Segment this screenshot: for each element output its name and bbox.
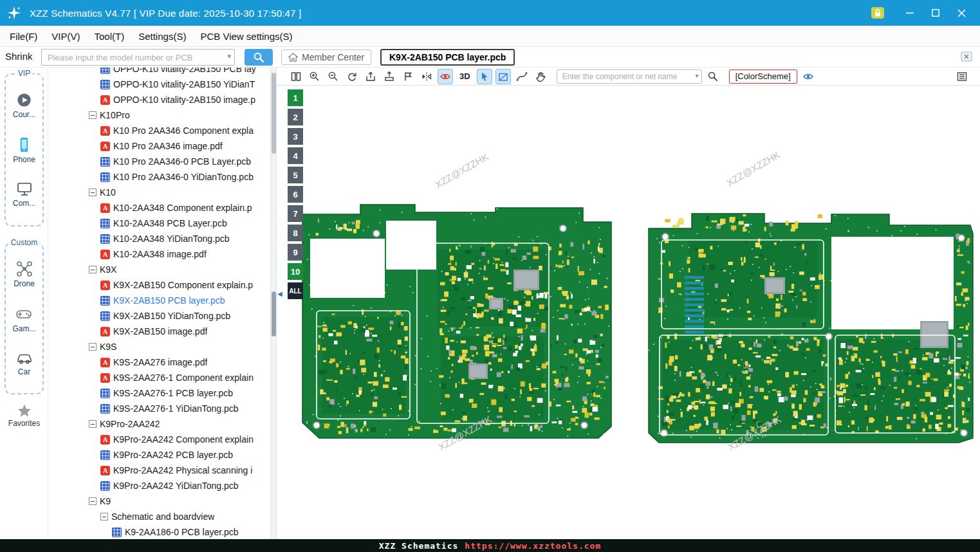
- tree-group-row[interactable]: K10: [48, 185, 270, 200]
- select-arrow-button[interactable]: [477, 69, 492, 84]
- tree-file-row[interactable]: AK9S-2AA276-1 Component explain: [48, 370, 270, 385]
- tree-item-label: K10 Pro 2AA346 image.pdf: [113, 141, 223, 151]
- tree-file-row[interactable]: AK10-2AA348 image.pdf: [48, 246, 270, 262]
- pcb-board-view[interactable]: XZZ@XZZHK XZZ@XZZHK XZZ@XZZHK XZZ@XZZHK: [277, 86, 980, 539]
- menu-tool[interactable]: Tool(T): [88, 26, 132, 46]
- visibility-eye-button[interactable]: [800, 69, 816, 84]
- zoom-in-button[interactable]: [307, 69, 322, 84]
- collapse-minus-icon[interactable]: [89, 111, 97, 119]
- tree-file-row[interactable]: AK9S-2AA276 image.pdf: [48, 354, 270, 370]
- layer-button-3[interactable]: 3: [288, 128, 303, 145]
- layer-button-5[interactable]: 5: [288, 167, 303, 183]
- close-panel-icon[interactable]: [961, 51, 972, 62]
- scrollbar-thumb[interactable]: [272, 73, 276, 154]
- layer-button-8[interactable]: 8: [288, 225, 303, 241]
- tree-group-row[interactable]: K9X: [48, 262, 270, 277]
- vip-lock-icon[interactable]: [871, 6, 885, 19]
- net-search-input[interactable]: [557, 69, 702, 84]
- layer-list-button[interactable]: [954, 69, 970, 84]
- tree-file-row[interactable]: K9Pro-2AA242 PCB layer.pcb: [48, 447, 270, 463]
- sidebar-item-phone[interactable]: Phone: [13, 136, 35, 164]
- splitter-handle[interactable]: [272, 291, 276, 336]
- sidebar-item-drone[interactable]: Drone: [14, 261, 35, 288]
- split-view-button[interactable]: [288, 69, 304, 84]
- tree-scrollbar[interactable]: [270, 68, 277, 539]
- pcb-canvas-area[interactable]: 12345678910ALL ◀: [277, 86, 980, 539]
- tree-group-row[interactable]: K9: [48, 493, 270, 509]
- tree-group-row[interactable]: Schematic and boardview: [48, 509, 270, 524]
- shrink-button[interactable]: Shrink: [5, 51, 33, 62]
- tree-file-row[interactable]: K10-2AA348 PCB Layer.pcb: [48, 216, 270, 231]
- layer-button-9[interactable]: 9: [288, 244, 303, 261]
- flip-horizontal-button[interactable]: [419, 69, 434, 84]
- pan-hand-button[interactable]: [533, 69, 548, 84]
- refresh-view-button[interactable]: [344, 69, 360, 84]
- tree-file-row[interactable]: AK9Pro-2AA242 Physical scanning i: [48, 463, 270, 478]
- menu-vip[interactable]: VIP(V): [44, 26, 87, 46]
- zoom-out-button[interactable]: [326, 69, 341, 84]
- sidebar-item-course[interactable]: Cour...: [13, 92, 35, 119]
- colorscheme-button[interactable]: [ColorScheme]: [729, 69, 797, 84]
- collapse-minus-icon[interactable]: [89, 343, 97, 351]
- layer-button-4[interactable]: 4: [288, 147, 303, 164]
- layer-button-1[interactable]: 1: [288, 89, 303, 106]
- layer-button-6[interactable]: 6: [288, 186, 303, 203]
- model-search-input[interactable]: [41, 49, 235, 66]
- tree-file-row[interactable]: K10 Pro 2AA346-0 YiDianTong.pcb: [48, 169, 270, 185]
- tree-file-row[interactable]: K9S-2AA276-1 PCB layer.pcb: [48, 385, 270, 401]
- close-button[interactable]: [952, 4, 971, 22]
- tab-member-center[interactable]: Member Center: [281, 50, 371, 65]
- tree-file-row[interactable]: AK10 Pro 2AA346 Component expla: [48, 123, 270, 138]
- export-board-button[interactable]: [382, 69, 397, 84]
- layer-button-10[interactable]: 10: [288, 263, 303, 280]
- export-image-button[interactable]: [363, 69, 378, 84]
- menu-pcb-view-settings[interactable]: PCB View settings(S): [193, 26, 299, 46]
- sidebar-item-favorites[interactable]: Favorites: [0, 403, 48, 428]
- collapse-panel-arrow-icon[interactable]: ◀: [277, 290, 282, 297]
- tree-file-row[interactable]: K10 Pro 2AA346-0 PCB Layer.pcb: [48, 154, 270, 169]
- tree-file-row[interactable]: AK9Pro-2AA242 Component explain: [48, 432, 270, 447]
- tree-file-row[interactable]: K9-2AA186-0 PCB layer.pcb: [48, 524, 270, 539]
- tree-file-row[interactable]: AK9X-2AB150 Component explain.p: [48, 277, 270, 293]
- tree-file-row[interactable]: OPPO-K10 vitality-2AB150 PCB lay: [48, 68, 270, 77]
- computer-icon: [16, 181, 33, 197]
- net-search-button[interactable]: [705, 69, 721, 84]
- layer-button-7[interactable]: 7: [288, 205, 303, 222]
- tree-file-row[interactable]: K9X-2AB150 PCB layer.pcb: [48, 293, 270, 308]
- tree-group-row[interactable]: K9S: [48, 339, 270, 354]
- tree-file-row[interactable]: K9Pro-2AA242 YiDianTong.pcb: [48, 478, 270, 493]
- tree-file-row[interactable]: AOPPO-K10 vitality-2AB150 image.p: [48, 92, 270, 107]
- measure-box-button[interactable]: [495, 69, 511, 84]
- flag-marker-button[interactable]: [400, 69, 416, 84]
- tree-file-row[interactable]: K9S-2AA276-1 YiDianTong.pcb: [48, 401, 270, 416]
- tree-file-row[interactable]: K9X-2AB150 YiDianTong.pcb: [48, 308, 270, 324]
- collapse-minus-icon[interactable]: [100, 513, 108, 520]
- tree-group-row[interactable]: K10Pro: [48, 107, 270, 123]
- tree-file-row[interactable]: AK9X-2AB150 image.pdf: [48, 324, 270, 339]
- menu-settings[interactable]: Settings(S): [131, 26, 193, 46]
- tree-file-row[interactable]: AK10-2AA348 Component explain.p: [48, 200, 270, 216]
- search-tab-row: Shrink ▾ Member Center K9X-2AB150 PCB la…: [0, 47, 980, 68]
- layer-button-2[interactable]: 2: [288, 109, 303, 125]
- pcb-file-icon: [100, 481, 110, 491]
- minimize-button[interactable]: [900, 4, 920, 22]
- sidebar-item-computer[interactable]: Com...: [13, 181, 35, 208]
- collapse-minus-icon[interactable]: [89, 266, 97, 273]
- sidebar-item-car[interactable]: Car: [16, 350, 33, 376]
- collapse-minus-icon[interactable]: [89, 420, 97, 428]
- collapse-minus-icon[interactable]: [89, 189, 97, 196]
- sidebar-item-game[interactable]: Gam...: [12, 306, 35, 333]
- maximize-button[interactable]: [926, 4, 945, 22]
- tree-file-row[interactable]: OPPO-K10 vitality-2AB150 YiDianT: [48, 77, 270, 92]
- tab-active-document[interactable]: K9X-2AB150 PCB layer.pcb: [380, 49, 515, 66]
- 3d-view-button[interactable]: 3D: [456, 69, 474, 84]
- tree-group-row[interactable]: K9Pro-2AA242: [48, 416, 270, 432]
- model-search-button[interactable]: [245, 49, 273, 66]
- collapse-minus-icon[interactable]: [89, 497, 97, 505]
- curve-tool-button[interactable]: [514, 69, 530, 84]
- tree-file-row[interactable]: K10-2AA348 YiDianTong.pcb: [48, 231, 270, 246]
- hide-component-button[interactable]: [438, 69, 453, 84]
- menu-file[interactable]: File(F): [3, 26, 44, 46]
- layer-button-all[interactable]: ALL: [288, 282, 303, 299]
- tree-file-row[interactable]: AK10 Pro 2AA346 image.pdf: [48, 138, 270, 154]
